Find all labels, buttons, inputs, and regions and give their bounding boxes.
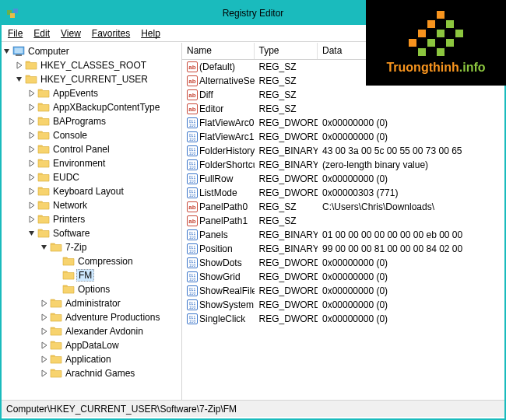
folder-icon (25, 59, 37, 72)
folder-icon (37, 199, 50, 212)
tree-item[interactable]: Administrator (2, 296, 181, 310)
menu-edit[interactable]: Edit (33, 28, 50, 39)
folder-icon (62, 269, 75, 282)
menu-view[interactable]: View (61, 28, 81, 39)
value-row[interactable]: FlatViewArc1REG_DWORD0x00000000 (0) (182, 130, 504, 144)
value-row[interactable]: PanelPath1REG_SZ (182, 214, 504, 228)
tree-item[interactable]: Printers (2, 212, 181, 226)
expander-closed-icon[interactable] (26, 130, 37, 141)
value-row[interactable]: SingleClickREG_DWORD0x00000000 (0) (182, 312, 504, 326)
expander-closed-icon[interactable] (39, 298, 50, 309)
value-data: C:\Users\Chris\Downloads\ (318, 201, 504, 212)
binary-value-icon (187, 243, 198, 254)
expander-open-icon[interactable] (2, 46, 12, 57)
content-area: ComputerHKEY_CLASSES_ROOTHKEY_CURRENT_US… (2, 42, 504, 400)
value-row[interactable]: FolderHistoryREG_BINARY43 00 3a 00 5c 00… (182, 144, 504, 158)
tree-item[interactable]: Adventure Productions (2, 310, 181, 324)
tree-item[interactable]: AppXBackupContentType (2, 100, 181, 114)
tree-scroll[interactable]: ComputerHKEY_CLASSES_ROOTHKEY_CURRENT_US… (2, 43, 181, 400)
value-row[interactable]: ListModeREG_DWORD0x00000303 (771) (182, 186, 504, 200)
tree-item[interactable]: Arachnid Games (2, 366, 181, 380)
value-name: ShowRealFileIco... (199, 285, 255, 296)
tree-item[interactable]: Control Panel (2, 142, 181, 156)
value-name: SingleClick (199, 313, 245, 324)
expander-open-icon[interactable] (26, 228, 37, 239)
tree-hkcr[interactable]: HKEY_CLASSES_ROOT (2, 58, 181, 72)
value-data: 0x00000000 (0) (318, 313, 504, 324)
expander-closed-icon[interactable] (26, 186, 37, 197)
value-row[interactable]: ShowSystemMe...REG_DWORD0x00000000 (0) (182, 298, 504, 312)
tree-root-computer[interactable]: Computer (2, 44, 181, 58)
value-type: REG_SZ (255, 89, 318, 100)
binary-value-icon (187, 173, 198, 184)
value-type: REG_DWORD (255, 257, 318, 268)
expander-closed-icon[interactable] (39, 326, 50, 337)
value-row[interactable]: PanelsREG_BINARY01 00 00 00 00 00 00 00 … (182, 228, 504, 242)
expander-closed-icon[interactable] (26, 102, 37, 113)
folder-icon (37, 115, 50, 128)
expander-closed-icon[interactable] (26, 172, 37, 183)
menu-favorites[interactable]: Favorites (92, 28, 130, 39)
value-row[interactable]: ShowRealFileIco...REG_DWORD0x00000000 (0… (182, 284, 504, 298)
tree-item[interactable]: Network (2, 198, 181, 212)
tree-item[interactable]: AppEvents (2, 86, 181, 100)
value-name: ListMode (199, 187, 237, 198)
expander-open-icon[interactable] (39, 242, 50, 253)
value-row[interactable]: DiffREG_SZ (182, 88, 504, 102)
string-value-icon (187, 61, 198, 72)
app-icon (6, 7, 19, 19)
expander-closed-icon[interactable] (39, 340, 50, 351)
column-header-type[interactable]: Type (255, 43, 318, 59)
value-row[interactable]: FolderShortcutsREG_BINARY(zero-length bi… (182, 158, 504, 172)
menu-file[interactable]: File (8, 28, 23, 39)
tree-7zip-child[interactable]: Options (2, 282, 181, 296)
tree-item[interactable]: Alexander Avdonin (2, 324, 181, 338)
expander-closed-icon[interactable] (14, 60, 25, 71)
expander-closed-icon[interactable] (39, 354, 50, 365)
tree-7zip-child[interactable]: Compression (2, 254, 181, 268)
value-data: 01 00 00 00 00 00 00 00 eb 00 00 (318, 229, 504, 240)
value-data: 0x00000000 (0) (318, 257, 504, 268)
tree-item[interactable]: Console (2, 128, 181, 142)
value-name: ShowGrid (199, 271, 241, 282)
expander-closed-icon[interactable] (26, 214, 37, 225)
value-name: FullRow (199, 173, 233, 184)
tree-item[interactable]: Keyboard Layout (2, 184, 181, 198)
tree-hkcu[interactable]: HKEY_CURRENT_USER (2, 72, 181, 86)
value-type: REG_SZ (255, 201, 318, 212)
binary-value-icon (187, 299, 198, 310)
value-row[interactable]: PositionREG_BINARY99 00 00 00 81 00 00 0… (182, 242, 504, 256)
tree-7zip-child[interactable]: FM (2, 268, 181, 282)
tree-item[interactable]: Environment (2, 156, 181, 170)
tree-item[interactable]: BAPrograms (2, 114, 181, 128)
menu-help[interactable]: Help (141, 28, 160, 39)
tree-item[interactable]: AppDataLow (2, 338, 181, 352)
expander-closed-icon[interactable] (26, 116, 37, 127)
expander-closed-icon[interactable] (26, 158, 37, 169)
values-scroll[interactable]: Name Type Data (Default)REG_SZAlternativ… (182, 43, 504, 400)
value-type: REG_DWORD (255, 285, 318, 296)
tree-item[interactable]: Application (2, 352, 181, 366)
expander-closed-icon[interactable] (26, 144, 37, 155)
value-type: REG_DWORD (255, 313, 318, 324)
value-row[interactable]: EditorREG_SZ (182, 102, 504, 116)
tree-item[interactable]: Software (2, 226, 181, 240)
column-header-name[interactable]: Name (182, 43, 255, 59)
expander-closed-icon[interactable] (39, 368, 50, 379)
folder-icon (37, 227, 50, 240)
expander-closed-icon[interactable] (26, 200, 37, 211)
value-name: FolderShortcuts (199, 159, 255, 170)
value-row[interactable]: FullRowREG_DWORD0x00000000 (0) (182, 172, 504, 186)
value-type: REG_DWORD (255, 187, 318, 198)
value-row[interactable]: FlatViewArc0REG_DWORD0x00000000 (0) (182, 116, 504, 130)
tree-pane: ComputerHKEY_CLASSES_ROOTHKEY_CURRENT_US… (2, 43, 182, 400)
expander-closed-icon[interactable] (26, 88, 37, 99)
tree-7zip[interactable]: 7-Zip (2, 240, 181, 254)
value-row[interactable]: ShowDotsREG_DWORD0x00000000 (0) (182, 256, 504, 270)
value-row[interactable]: ShowGridREG_DWORD0x00000000 (0) (182, 270, 504, 284)
expander-closed-icon[interactable] (39, 312, 50, 323)
value-row[interactable]: PanelPath0REG_SZC:\Users\Chris\Downloads… (182, 200, 504, 214)
value-type: REG_BINARY (255, 145, 318, 156)
expander-open-icon[interactable] (14, 74, 25, 85)
tree-item[interactable]: EUDC (2, 170, 181, 184)
